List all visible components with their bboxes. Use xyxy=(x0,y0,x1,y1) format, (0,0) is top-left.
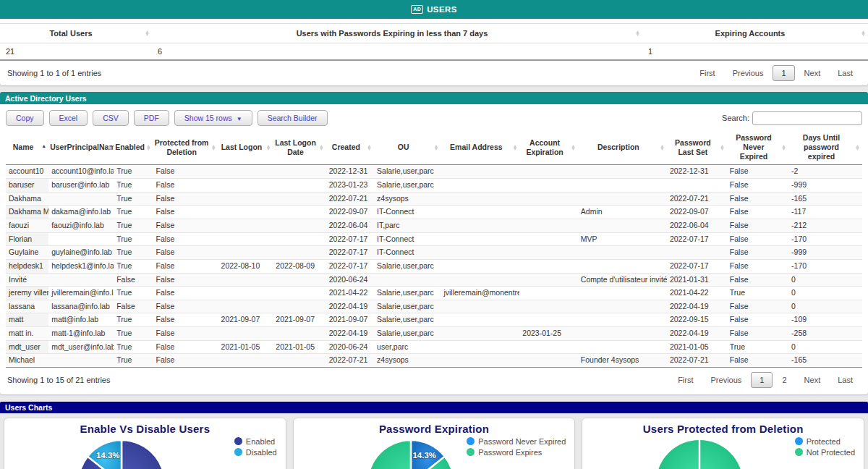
cell-ou: IT-Connect xyxy=(374,206,441,219)
column-header-password-never-expired[interactable]: Password Never Expired▲▼ xyxy=(727,131,788,165)
page-last[interactable]: Last xyxy=(830,372,861,388)
cell-name: mdt_user xyxy=(6,340,48,354)
column-header-ou[interactable]: OU▲▼ xyxy=(374,131,441,165)
column-header-users-with-passwords-expiring-in-less-than-7-days[interactable]: Users with Passwords Expiring in less th… xyxy=(152,24,642,43)
cell-account-expiration xyxy=(519,300,578,313)
page-2[interactable]: 2 xyxy=(774,372,794,388)
cell-enabled: True xyxy=(114,313,153,327)
pie-chart[interactable]: 85.7%14.3% xyxy=(75,437,168,469)
cell-enabled: True xyxy=(114,259,153,273)
cell-email-address xyxy=(441,300,519,313)
users-charts-header: Users Charts xyxy=(0,402,868,413)
cell-ou: user,parc xyxy=(374,340,441,354)
cell-account-expiration xyxy=(519,192,578,206)
page-1[interactable]: 1 xyxy=(751,372,773,388)
cell-last-logon-date xyxy=(273,165,326,179)
cell-last-logon xyxy=(218,300,273,313)
cell-last-logon xyxy=(218,287,273,300)
column-header-last-logon-date[interactable]: Last Logon Date▲▼ xyxy=(273,131,326,165)
column-header-expiring-accounts[interactable]: Expiring Accounts▲▼ xyxy=(642,24,868,43)
column-header-userprincipalname[interactable]: UserPrincipalName▲▼ xyxy=(48,131,114,165)
table-row: jeremy villermainjvilleremain@info.labTr… xyxy=(6,287,862,300)
cell-protected-from-deletion: False xyxy=(153,165,218,179)
table-row: helpdesk1helpdesk1@info.labTrueFalse2022… xyxy=(6,259,862,273)
page-next[interactable]: Next xyxy=(796,65,829,81)
summary-section: Total Users▲▼Users with Passwords Expiri… xyxy=(0,19,868,85)
chart-legend: ProtectedNot Protected xyxy=(795,437,855,459)
table-row: InvitéFalseFalse2020-06-24Compte d'utili… xyxy=(6,273,862,287)
cell-password-never-expired: False xyxy=(727,273,788,287)
legend-item-password-never-expired[interactable]: Password Never Expired xyxy=(467,437,566,446)
cell-email-address xyxy=(441,232,519,246)
legend-item-protected[interactable]: Protected xyxy=(795,437,855,446)
cell-last-logon-date xyxy=(273,206,326,219)
cell-password-last-set: 2021-04-22 xyxy=(667,287,727,300)
page-first[interactable]: First xyxy=(692,65,723,81)
cell-password-last-set: 2022-07-17 xyxy=(667,232,727,246)
show-15-rows-button[interactable]: Show 15 rows▼ xyxy=(174,110,252,126)
copy-button[interactable]: Copy xyxy=(6,110,44,126)
cell-account-expiration xyxy=(519,219,578,232)
legend-item-password-expires[interactable]: Password Expires xyxy=(467,448,566,457)
cell-description xyxy=(578,246,667,260)
cell-ou: z4sysops xyxy=(374,354,441,368)
slice-percent-label: 14.3% xyxy=(96,451,120,460)
legend-item-not-protected[interactable]: Not Protected xyxy=(795,448,855,457)
page-previous[interactable]: Previous xyxy=(725,65,772,81)
cell-last-logon-date xyxy=(273,232,326,246)
csv-button[interactable]: CSV xyxy=(93,110,129,126)
table-row: mdt_usermdt_user@info.labTrueFalse2021-0… xyxy=(6,340,862,354)
column-header-enabled[interactable]: Enabled▲▼ xyxy=(114,131,153,165)
chart-title: Password Expiration xyxy=(294,423,575,435)
cell-description xyxy=(578,313,667,327)
pie-chart[interactable]: 100.0% xyxy=(653,437,746,469)
cell-email-address xyxy=(441,219,519,232)
page-previous[interactable]: Previous xyxy=(703,372,750,388)
legend-item-enabled[interactable]: Enabled xyxy=(234,437,277,446)
cell-account-expiration xyxy=(519,340,578,354)
column-header-description[interactable]: Description▲▼ xyxy=(578,131,667,165)
cell-ou: IT-Connect xyxy=(374,246,441,260)
pie-chart[interactable]: 14.3%85.7% xyxy=(365,437,457,469)
cell-password-never-expired: False xyxy=(727,219,788,232)
page-first[interactable]: First xyxy=(670,372,701,388)
column-header-name[interactable]: Name▲▼ xyxy=(6,131,48,165)
pdf-button[interactable]: PDF xyxy=(134,110,169,126)
cell-last-logon-date: 2021-09-07 xyxy=(273,313,326,327)
cell-ou xyxy=(374,273,441,287)
cell-account-expiration xyxy=(519,259,578,273)
cell-password-last-set: 2021-01-05 xyxy=(667,340,727,354)
excel-button[interactable]: Excel xyxy=(49,110,88,126)
cell-days-until-password-expired: -165 xyxy=(788,354,862,368)
cell-protected-from-deletion: False xyxy=(153,206,218,219)
cell-created: 2022-04-19 xyxy=(326,300,374,313)
column-header-last-logon[interactable]: Last Logon▲▼ xyxy=(218,131,273,165)
cell-description: Founder 4sysops xyxy=(578,354,667,368)
cell-account-expiration: 2023-01-25 xyxy=(519,327,578,341)
column-header-days-until-password-expired[interactable]: Days Until password expired▲▼ xyxy=(788,131,862,165)
cell-password-never-expired: False xyxy=(727,179,788,193)
cell-password-never-expired: False xyxy=(727,313,788,327)
column-header-protected-from-deletion[interactable]: Protected from Deletion▲▼ xyxy=(153,131,218,165)
page-last[interactable]: Last xyxy=(830,65,861,81)
column-header-password-last-set[interactable]: Password Last Set▲▼ xyxy=(667,131,727,165)
search-input[interactable] xyxy=(752,111,862,125)
chart-title: Users Protected from Deletion xyxy=(582,423,864,435)
sort-icon: ▲▼ xyxy=(319,145,324,151)
legend-label: Disabled xyxy=(246,448,277,457)
column-header-total-users[interactable]: Total Users▲▼ xyxy=(0,24,152,43)
cell-password-last-set: 2022-07-21 xyxy=(667,354,727,368)
table-row: FlorianTrueFalse2022-07-17IT-ConnectMVP2… xyxy=(6,232,862,246)
legend-item-disabled[interactable]: Disabled xyxy=(234,448,277,457)
page-next[interactable]: Next xyxy=(796,372,829,388)
cell-email-address xyxy=(441,259,519,273)
cell-enabled: True xyxy=(114,165,153,179)
column-header-account-expiration[interactable]: Account Expiration▲▼ xyxy=(519,131,578,165)
cell-name: helpdesk1 xyxy=(6,259,48,273)
page-1[interactable]: 1 xyxy=(773,65,794,81)
sort-icon: ▲▼ xyxy=(265,145,271,151)
column-header-created[interactable]: Created▲▼ xyxy=(326,131,374,165)
search-builder-button[interactable]: Search Builder xyxy=(258,110,328,126)
summary-pagination: FirstPrevious1NextLast xyxy=(692,65,861,81)
column-header-email-address[interactable]: Email Address▲▼ xyxy=(441,131,519,165)
